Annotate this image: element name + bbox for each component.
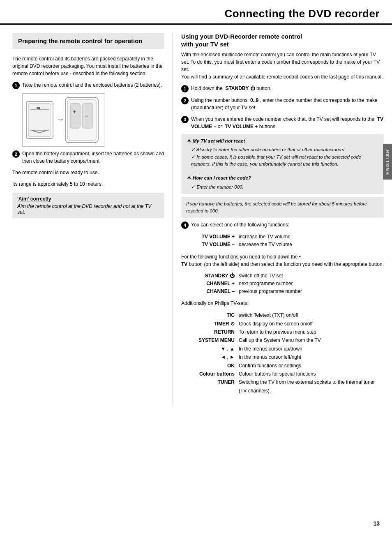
page-title: Connecting the DVD recorder — [224, 7, 380, 20]
philips-desc-ok: Confirm functions or settings — [239, 362, 384, 370]
func-desc-chminus: previous programme number — [239, 288, 384, 295]
func-key-1: TV VOLUME + — [189, 233, 235, 241]
svg-rect-8 — [70, 104, 80, 128]
step-1: 1 Take the remote control and the enclos… — [12, 81, 164, 89]
philips-row-updown: ▼ , ▲ In the menus cursor up/down — [181, 345, 384, 353]
right-step-2-number: 2 — [181, 97, 189, 104]
section-box: Preparing the remote control for operati… — [12, 33, 164, 49]
philips-desc-colour: Colour buttons for special functions — [239, 370, 384, 378]
right-heading1: Using your DVD-Recorder remote control — [181, 33, 384, 40]
page-header: Connecting the DVD recorder — [0, 0, 392, 25]
philips-row-colour: Colour buttons Colour buttons for specia… — [181, 370, 384, 378]
philips-desc-updown: In the menus cursor up/down — [239, 345, 384, 353]
philips-desc-leftright: In the menus cursor left/right — [239, 353, 384, 361]
box1-title-row: ✶ My TV set will not react — [187, 138, 378, 145]
section-title: Preparing the remote control for operati… — [18, 37, 159, 45]
step-2-number: 2 — [12, 150, 20, 158]
philips-desc-tc: switch Teletext (TXT) on/off — [239, 311, 384, 319]
ready-text-2: Its range is approximately 5 to 10 meter… — [12, 180, 164, 188]
func-desc-1: increase the TV volume — [239, 233, 384, 241]
philips-row-ok: OK Confirm functions or settings — [181, 362, 384, 370]
hold-note: For the following functions you need to … — [181, 253, 384, 268]
ready-text-1: The remote control is now ready to use. — [12, 169, 164, 176]
info-box-1: ✶ My TV set will not react Also try to e… — [181, 134, 384, 194]
right-step-1: 1 Hold down the STANDBY ⏻ button. — [181, 85, 384, 92]
box1-title: My TV set will not react — [193, 138, 245, 145]
box2-title: How can I reset the code? — [193, 175, 251, 182]
func-row-chminus: CHANNEL – previous programme number — [189, 288, 384, 295]
philips-key-timer: TIMER ⊙ — [181, 320, 235, 328]
right-step-2: 2 Using the number buttons 0..9 , enter … — [181, 97, 384, 111]
func-desc-chplus: next programme number — [239, 280, 384, 288]
philips-key-tuner: TUNER — [181, 378, 235, 395]
right-column: Using your DVD-Recorder remote control w… — [173, 33, 392, 406]
star-icon-2: ✶ — [187, 175, 191, 182]
func-key-chminus: CHANNEL – — [189, 288, 235, 295]
func-key-chplus: CHANNEL + — [189, 280, 235, 288]
right-step-3: 3 When you have entered the code number … — [181, 115, 384, 130]
functions-table: TV VOLUME + increase the TV volume TV VO… — [189, 233, 384, 249]
functions-table-2: STANDBY ⏻ switch off the TV set CHANNEL … — [189, 272, 384, 296]
philips-key-colour: Colour buttons — [181, 370, 235, 378]
func-row-chplus: CHANNEL + next programme number — [189, 280, 384, 288]
page-number: 13 — [373, 520, 380, 527]
philips-table: T/C switch Teletext (TXT) on/off TIMER ⊙… — [181, 311, 384, 395]
right-heading2: with your TV set — [181, 41, 384, 48]
func-row-standby: STANDBY ⏻ switch off the TV set — [189, 272, 384, 280]
aim-text: Aim the remote control at the DVD record… — [17, 203, 159, 215]
step-2: 2 Open the battery compartment, insert t… — [12, 150, 164, 165]
box1-check2: In some cases, it is possible that your … — [191, 154, 378, 168]
philips-row-tuner: TUNER Switchng the TV from the external … — [181, 378, 384, 395]
content-area: Preparing the remote control for operati… — [0, 33, 392, 406]
philips-desc-timer: Clock display on the screen on/off — [239, 320, 384, 328]
philips-desc-sysmenu: Call up the System Menu from the TV — [239, 336, 384, 344]
philips-desc-tuner: Switchng the TV from the external socket… — [239, 378, 384, 395]
star-icon: ✶ — [187, 138, 191, 145]
philips-row-tc: T/C switch Teletext (TXT) on/off — [181, 311, 384, 319]
philips-key-ok: OK — [181, 362, 235, 370]
func-key-2: TV VOLUME – — [189, 241, 235, 249]
svg-text:→: → — [56, 115, 65, 124]
right-step-4-number: 4 — [181, 221, 189, 229]
box2-title-row: ✶ How can I reset the code? — [187, 175, 378, 182]
right-step-1-text: Hold down the STANDBY ⏻ button. — [191, 85, 384, 92]
svg-text:–: – — [85, 113, 88, 119]
philips-row-timer: TIMER ⊙ Clock display on the screen on/o… — [181, 320, 384, 328]
func-key-standby: STANDBY ⏻ — [189, 272, 235, 280]
right-step-4: 4 You can select one of the following fu… — [181, 221, 384, 229]
italic-note: If you remove the batteries, the selecte… — [181, 197, 384, 218]
philips-intro: Additionally on Philips TV-sets: — [181, 300, 384, 307]
intro-text: The remote control and its batteries are… — [12, 55, 164, 77]
left-column: Preparing the remote control for operati… — [0, 33, 173, 406]
battery-illustration: → + – — [22, 93, 104, 147]
step-1-text: Take the remote control and the enclosed… — [22, 81, 164, 89]
right-step-4-text: You can select one of the following func… — [191, 221, 384, 228]
philips-desc-return: To return to the previous menu step — [239, 328, 384, 336]
philips-key-return: RETURN — [181, 328, 235, 336]
svg-text:+: + — [73, 108, 76, 115]
step-2-text: Open the battery compartment, insert the… — [22, 150, 164, 165]
func-desc-2: decrease the TV volume — [239, 241, 384, 249]
right-step-3-number: 3 — [181, 116, 189, 123]
english-tab: ENGLISH — [383, 144, 392, 180]
philips-row-return: RETURN To return to the previous menu st… — [181, 328, 384, 336]
step-1-number: 1 — [12, 82, 20, 89]
right-intro: With the enclosed multicode remote contr… — [181, 51, 384, 81]
func-row-1: TV VOLUME + increase the TV volume — [189, 233, 384, 241]
func-desc-standby: switch off the TV set — [239, 272, 384, 280]
philips-key-sysmenu: SYSTEM MENU — [181, 336, 235, 344]
right-step-1-number: 1 — [181, 85, 189, 92]
philips-row-leftright: ◄ , ► In the menus cursor left/right — [181, 353, 384, 361]
battery-svg: → + – — [24, 95, 102, 145]
right-step-2-text: Using the number buttons 0..9 , enter th… — [191, 97, 384, 111]
right-step-3-text: When you have entered the code number ch… — [191, 115, 384, 130]
aim-box: 'Aim' correctly Aim the remote control a… — [12, 193, 164, 218]
philips-key-leftright: ◄ , ► — [181, 353, 235, 361]
philips-key-updown: ▼ , ▲ — [181, 345, 235, 353]
philips-key-tc: T/C — [181, 311, 235, 319]
philips-row-sysmenu: SYSTEM MENU Call up the System Menu from… — [181, 336, 384, 344]
func-row-2: TV VOLUME – decrease the TV volume — [189, 241, 384, 249]
svg-rect-4 — [37, 107, 40, 109]
box2-check: Enter the number 000. — [191, 184, 378, 191]
box1-check1: Also try to enter the other code numbers… — [191, 146, 378, 153]
